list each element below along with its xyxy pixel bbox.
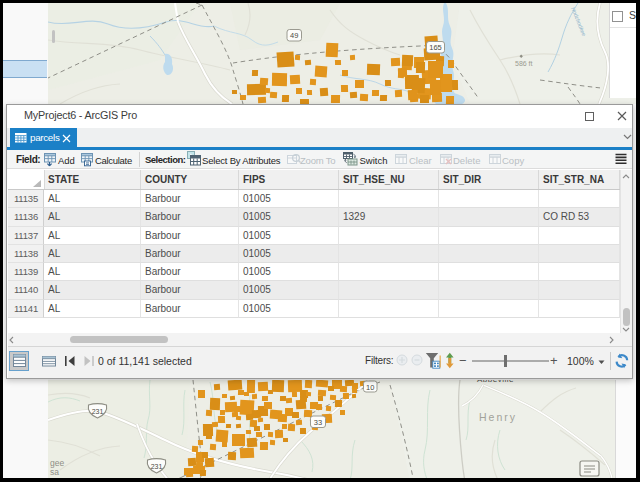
- svg-text:49: 49: [290, 31, 298, 40]
- svg-text:231: 231: [151, 463, 163, 470]
- svg-text:165: 165: [429, 43, 442, 52]
- svg-text:sa: sa: [50, 467, 59, 477]
- svg-text:33: 33: [314, 418, 322, 427]
- svg-text:Abbeville: Abbeville: [477, 380, 514, 384]
- svg-text:586 ft: 586 ft: [515, 60, 533, 67]
- svg-text:10: 10: [366, 383, 374, 392]
- svg-text:231: 231: [92, 408, 104, 415]
- svg-text:Henry: Henry: [479, 411, 517, 423]
